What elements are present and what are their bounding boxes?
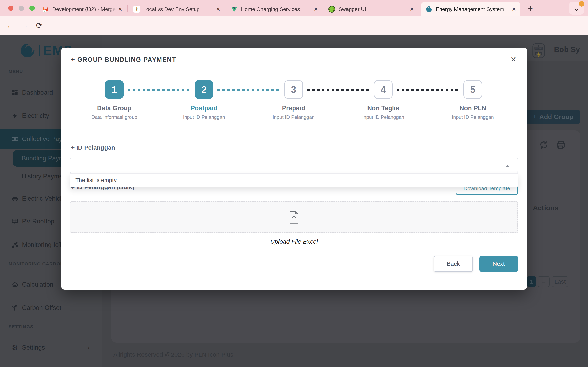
id-pelanggan-label: + ID Pelanggan [71,144,115,151]
step-sublabel: Data Informasi group [78,114,151,120]
next-label: Next [493,261,505,267]
lightning-icon [11,112,18,119]
step-label: Non Taglis [346,105,420,112]
settings-section-label: SETTINGS [9,324,34,329]
monitoring-carbon-section-label: MONITORING CARBON [9,261,64,267]
reload-icon[interactable]: ⟳ [34,16,45,35]
pagination-page-1[interactable]: 1 [527,276,536,287]
chatgpt-icon: ✳ [133,6,140,13]
footer-copyright: Allrights Reserved @2026 by PLN Icon Plu… [113,351,233,358]
cloud-icon [11,281,18,288]
step-label: Data Group [78,105,151,112]
tab-ems-active[interactable]: Energy Management System ✕ [421,2,520,16]
sidebar-item-label: Dashboard [22,89,53,96]
menu-section-label: MENU [9,69,23,74]
solar-panel-icon [11,218,18,225]
next-button[interactable]: Next [479,256,518,272]
tab-chatgpt[interactable]: ✳ Local vs Dev Env Setup ✕ [129,2,225,16]
swagger-braces: {…} [329,8,334,11]
step-label: Non PLN [436,105,510,112]
sidebar-item-label: Settings [22,344,45,351]
forward-icon[interactable]: → [19,16,30,35]
id-pelanggan-select[interactable] [70,158,518,173]
close-icon[interactable]: ✕ [118,6,122,12]
close-icon[interactable]: ✕ [512,6,516,12]
upload-hint: Upload File Excel [61,238,527,245]
modal-close-icon[interactable]: ✕ [511,55,517,63]
sidebar-item-label: Monitoring IoT [22,241,62,249]
traffic-light-zoom[interactable] [29,6,35,11]
traffic-light-close[interactable] [8,6,13,11]
step-number: 1 [105,80,124,99]
iot-network-icon [11,242,18,248]
back-label: Back [447,261,460,267]
dashboard-icon [11,89,18,96]
notification-dot [579,1,584,7]
car-icon [11,195,18,202]
actions-column-header: Actions [533,204,558,212]
refresh-icon[interactable] [539,140,548,150]
wizard-step-non-taglis[interactable]: 4 Non Taglis Input ID Pelanggan [346,80,420,120]
user-name[interactable]: Bob Sy [554,45,580,54]
pagination-next[interactable]: → [537,276,550,287]
sidebar-item-settings[interactable]: ⚙ Settings › [0,341,102,354]
back-button[interactable]: Back [434,256,473,272]
close-icon[interactable]: ✕ [216,6,221,12]
meter-reading: 02854 [535,47,542,50]
vue-icon [231,6,238,13]
step-sublabel: Input ID Pelanggan [436,114,510,120]
sidebar-item-label: Calculation [22,281,53,288]
gear-icon: ⚙ [11,344,18,351]
ems-icon [425,6,432,13]
tab-separator [419,5,419,12]
wizard-step-postpaid[interactable]: 2 Postpaid Input ID Pelanggan [167,80,241,120]
empty-list-message: The list is empty [75,177,117,184]
plus-icon: + [533,113,536,120]
sidebar-item-label: Carbon Offset [22,304,61,312]
wizard-step-data-group[interactable]: 1 Data Group Data Informasi group [78,80,151,120]
modal-title: + GROUP BUNDLING PAYMENT [71,56,176,63]
add-group-button[interactable]: + Add Group [526,110,580,124]
traffic-light-minimize[interactable] [19,6,24,11]
tab-separator [323,5,323,12]
tab-title: Development (!32) · Merge re [52,6,116,12]
step-number: 5 [463,80,482,99]
meter-icon: 02854 [532,43,545,59]
step-sublabel: Input ID Pelanggan [167,114,241,120]
step-number: 3 [284,80,303,99]
tab-home-charging[interactable]: Home Charging Services ✕ [226,2,322,16]
logo-divider [39,45,40,57]
tab-title: Home Charging Services [241,6,311,12]
sidebar-item-carbon-offset[interactable]: Carbon Offset [0,301,102,314]
back-icon[interactable]: ← [4,16,16,35]
close-icon[interactable]: ✕ [314,6,318,12]
wizard-step-prepaid[interactable]: 3 Prepaid Input ID Pelanggan [257,80,330,120]
sidebar-item-label: PV Rooftop [22,218,54,225]
step-number: 4 [374,80,393,99]
tab-separator [225,5,225,12]
browser-toolbar: ← → ⟳ web-blue.air.id/dev-frontend-curre… [0,16,588,35]
chevron-right-icon: › [87,343,90,352]
step-sublabel: Input ID Pelanggan [346,114,420,120]
new-tab-button[interactable]: + [525,3,536,14]
select-dropdown-panel: The list is empty [70,173,518,187]
close-icon[interactable]: ✕ [410,6,414,12]
step-label: Postpaid [167,105,241,112]
file-dropzone[interactable] [70,201,518,233]
browser-tab-bar: Development (!32) · Merge re ✕ ✳ Local v… [0,0,588,16]
sidebar-item-label: Electric Vehicle [22,195,65,202]
file-upload-icon [289,211,299,224]
tab-title: Energy Management System [436,6,510,12]
print-icon[interactable] [556,140,566,151]
tab-swagger[interactable]: {…} Swagger UI ✕ [324,2,418,16]
step-number: 2 [195,80,213,99]
step-sublabel: Input ID Pelanggan [257,114,330,120]
tab-separator [127,5,128,12]
swagger-icon: {…} [328,6,335,13]
pagination-last[interactable]: Last [552,276,568,287]
wizard-step-non-pln[interactable]: 5 Non PLN Input ID Pelanggan [436,80,510,120]
tab-development[interactable]: Development (!32) · Merge re ✕ [38,2,127,16]
tab-title: Local vs Dev Env Setup [143,6,214,12]
sidebar-item-label: Electricity [22,112,49,119]
step-label: Prepaid [257,105,330,112]
